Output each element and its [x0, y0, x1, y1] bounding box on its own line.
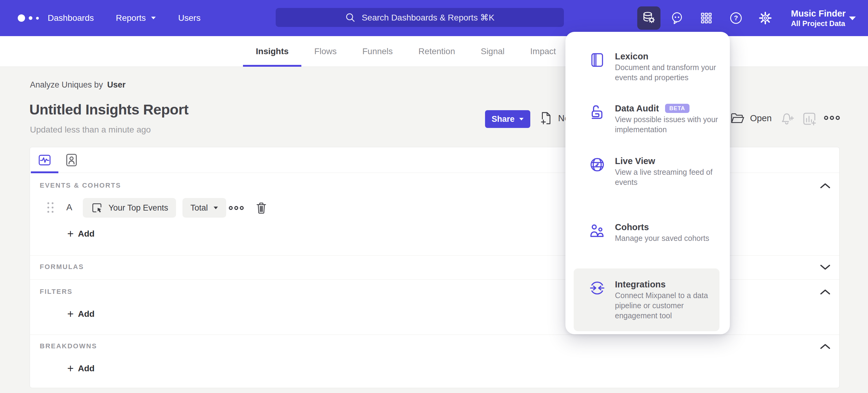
feedback-button[interactable] — [670, 11, 684, 25]
person-card-icon — [64, 152, 79, 168]
menu-item-lexicon[interactable]: Lexicon Document and transform your even… — [589, 51, 715, 83]
integrations-sync-icon — [589, 279, 615, 321]
help-button[interactable]: ? — [729, 11, 743, 25]
add-event-button[interactable]: + Add — [67, 228, 94, 240]
report-tabbar: Insights Flows Funnels Retention Signal … — [0, 36, 868, 67]
add-breakdown-label: Add — [78, 364, 94, 373]
settings-gear-icon — [758, 11, 772, 25]
nav-users-label: Users — [178, 13, 200, 23]
menu-item-integrations[interactable]: Integrations Connect Mixpanel to a data … — [574, 269, 719, 331]
menu-item-title: Live View — [615, 156, 655, 167]
nav-reports[interactable]: Reports — [116, 13, 156, 23]
menu-item-title: Integrations — [615, 279, 666, 290]
search-input[interactable]: Search Dashboards & Reports ⌘K — [276, 8, 564, 27]
formulas-section-label: FORMULAS — [40, 263, 84, 271]
project-name: Music Finder — [791, 8, 846, 19]
project-switcher[interactable]: Music Finder All Project Data — [791, 0, 846, 36]
plus-icon: + — [67, 228, 74, 240]
top-nav: Dashboards Reports Users Search Dashboar… — [0, 0, 868, 36]
svg-text:?: ? — [734, 14, 738, 22]
tab-signal[interactable]: Signal — [468, 36, 518, 67]
primary-nav: Dashboards Reports Users — [48, 0, 200, 36]
updated-timestamp: Updated less than a minute ago — [30, 125, 151, 135]
plus-icon: + — [67, 309, 74, 319]
caret-down-icon — [213, 206, 218, 210]
search-icon — [345, 12, 355, 23]
analyze-entity-selector[interactable]: User — [107, 80, 126, 89]
event-row-delete-button[interactable] — [255, 201, 268, 214]
tab-retention[interactable]: Retention — [406, 36, 468, 67]
nav-reports-label: Reports — [116, 13, 146, 23]
trash-icon — [255, 201, 268, 214]
tab-impact[interactable]: Impact — [518, 36, 569, 67]
analyze-line: Analyze Uniques byUser — [30, 80, 126, 90]
more-horizontal-icon — [824, 115, 840, 120]
folder-open-icon — [730, 111, 745, 125]
menu-item-live-view[interactable]: Live View View a live streaming feed of … — [589, 156, 715, 187]
add-filter-label: Add — [78, 309, 94, 319]
analyze-prefix: Analyze Uniques by — [30, 80, 103, 89]
pulse-chart-icon — [37, 152, 52, 168]
search-placeholder: Search Dashboards & Reports ⌘K — [362, 12, 494, 23]
open-report-button[interactable]: Open — [730, 111, 772, 125]
filters-collapse-chevron-up-icon[interactable] — [820, 289, 831, 295]
cohorts-people-icon — [589, 222, 615, 243]
settings-button[interactable] — [758, 11, 772, 25]
project-caret-down-icon[interactable] — [848, 16, 857, 21]
add-alert-button[interactable] — [779, 111, 794, 126]
metric-name: Total — [190, 203, 208, 213]
mixpanel-logo-icon[interactable] — [18, 0, 39, 36]
menu-item-title: Data Audit — [615, 103, 659, 114]
share-label: Share — [492, 114, 515, 124]
add-filter-button[interactable]: + Add — [67, 309, 94, 319]
tab-events-view[interactable] — [31, 147, 59, 173]
live-view-globe-icon — [589, 156, 615, 187]
lexicon-book-icon — [589, 51, 615, 83]
data-management-button[interactable] — [637, 6, 660, 30]
data-management-menu: Lexicon Document and transform your even… — [565, 32, 730, 334]
open-label: Open — [750, 113, 772, 123]
menu-item-description: Document and transform your events and p… — [615, 62, 724, 83]
section-divider — [30, 335, 839, 335]
mixpanel-insights-screen: Dashboards Reports Users Search Dashboar… — [0, 0, 868, 393]
logo-dot-large — [18, 15, 25, 22]
active-view-underline — [31, 171, 58, 173]
menu-item-description: Manage your saved cohorts — [615, 233, 724, 243]
filters-section-label: FILTERS — [40, 288, 73, 296]
events-collapse-chevron-up-icon[interactable] — [820, 183, 831, 189]
report-more-button[interactable] — [824, 115, 840, 120]
tab-flows[interactable]: Flows — [301, 36, 349, 67]
tab-insights[interactable]: Insights — [243, 36, 301, 67]
event-row-more-button[interactable] — [228, 205, 244, 210]
menu-item-title: Cohorts — [615, 222, 649, 233]
nav-dashboards[interactable]: Dashboards — [48, 13, 94, 23]
breakdowns-section-label: BREAKDOWNS — [40, 342, 97, 350]
report-title[interactable]: Untitled Insights Report — [29, 101, 189, 118]
nav-users[interactable]: Users — [178, 13, 200, 23]
tab-profiles-view[interactable] — [59, 147, 84, 173]
breakdowns-collapse-chevron-up-icon[interactable] — [820, 343, 831, 349]
feedback-bubble-icon — [670, 11, 684, 25]
caret-down-icon — [519, 117, 524, 121]
metric-selector-chip[interactable]: Total — [183, 198, 226, 218]
bell-plus-icon — [779, 111, 794, 126]
data-audit-lock-icon — [589, 103, 615, 135]
more-horizontal-icon — [228, 205, 244, 210]
formulas-expand-chevron-down-icon[interactable] — [820, 264, 831, 270]
share-button[interactable]: Share — [485, 110, 530, 128]
tab-funnels[interactable]: Funnels — [349, 36, 406, 67]
event-selector-chip[interactable]: Your Top Events — [83, 198, 176, 218]
caret-down-icon — [151, 16, 156, 20]
beta-badge: BETA — [665, 104, 689, 113]
menu-item-data-audit[interactable]: Data Audit BETA View possible issues wit… — [589, 103, 715, 135]
menu-item-cohorts[interactable]: Cohorts Manage your saved cohorts — [589, 222, 715, 243]
drag-handle-icon[interactable] — [48, 202, 54, 213]
menu-item-title: Lexicon — [615, 51, 649, 62]
help-icon: ? — [729, 11, 743, 25]
add-breakdown-button[interactable]: + Add — [67, 363, 94, 374]
plus-icon: + — [67, 363, 74, 374]
document-plus-icon — [539, 111, 553, 125]
report-tabs: Insights Flows Funnels Retention Signal … — [243, 36, 569, 67]
apps-grid-button[interactable] — [700, 12, 712, 24]
add-to-board-button[interactable] — [802, 111, 817, 126]
